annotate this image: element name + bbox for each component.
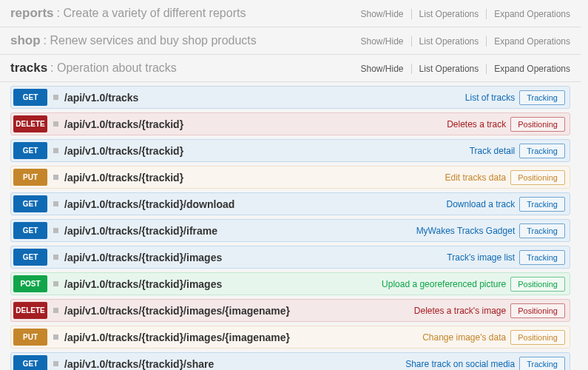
- operation-row[interactable]: GET/api/v1.0/tracks/{trackid}/iframeMyWa…: [10, 219, 570, 242]
- operation-row[interactable]: PUT/api/v1.0/tracks/{trackid}Edit tracks…: [10, 166, 570, 189]
- section-desc: : Renew services and buy shop products: [44, 34, 354, 47]
- http-method-badge: PUT: [13, 329, 47, 346]
- endpoint-path[interactable]: /api/v1.0/tracks/{trackid}/images/{image…: [64, 305, 414, 317]
- operation-summary: Upload a georeferenced picture: [382, 279, 506, 289]
- endpoint-path[interactable]: /api/v1.0/tracks/{trackid}/images/{image…: [64, 332, 422, 343]
- section-title[interactable]: shop: [10, 33, 41, 48]
- section-header-reports[interactable]: reports: Create a variety of different r…: [0, 0, 581, 27]
- lock-icon: [53, 308, 58, 313]
- lock-icon: [53, 228, 58, 233]
- operation-tag-button[interactable]: Tracking: [519, 144, 565, 158]
- list-operations-link[interactable]: List Operations: [412, 36, 487, 47]
- operation-summary: MyWakes Tracks Gadget: [416, 226, 516, 236]
- lock-icon: [53, 95, 58, 100]
- operation-summary: Edit tracks data: [445, 172, 506, 183]
- lock-icon: [53, 361, 58, 366]
- operation-tag-button[interactable]: Positioning: [510, 330, 565, 345]
- operation-tag-button[interactable]: Positioning: [510, 277, 565, 292]
- list-operations-link[interactable]: List Operations: [412, 64, 487, 74]
- operation-tag-button[interactable]: Tracking: [519, 250, 565, 265]
- operation-tag-button[interactable]: Positioning: [510, 170, 565, 185]
- operation-row[interactable]: GET/api/v1.0/tracks/{trackid}/imagesTrac…: [10, 246, 570, 269]
- endpoint-path[interactable]: /api/v1.0/tracks/{trackid}/images: [64, 278, 382, 290]
- http-method-badge: GET: [13, 222, 47, 239]
- lock-icon: [53, 201, 58, 206]
- operation-row[interactable]: DELETE/api/v1.0/tracks/{trackid}Deletes …: [10, 112, 570, 135]
- operation-summary: Deletes a track: [447, 119, 506, 130]
- http-method-badge: PUT: [13, 169, 47, 186]
- operation-summary: Share track on social media: [405, 359, 515, 369]
- lock-icon: [53, 334, 58, 340]
- endpoint-path[interactable]: /api/v1.0/tracks/{trackid}/share: [64, 358, 405, 370]
- operation-row[interactable]: GET/api/v1.0/tracksList of tracksTrackin…: [10, 86, 570, 109]
- operations-list: GET/api/v1.0/tracksList of tracksTrackin…: [0, 86, 581, 370]
- lock-icon: [53, 148, 58, 153]
- operation-summary: Track detail: [470, 146, 516, 156]
- show-hide-link[interactable]: Show/Hide: [354, 9, 412, 19]
- section-header-tracks[interactable]: tracks: Operation about tracksShow/HideL…: [0, 55, 581, 82]
- section-actions: Show/HideList OperationsExpand Operation…: [354, 36, 570, 47]
- lock-icon: [53, 255, 58, 260]
- endpoint-path[interactable]: /api/v1.0/tracks/{trackid}: [64, 172, 445, 184]
- list-operations-link[interactable]: List Operations: [412, 9, 487, 19]
- operation-row[interactable]: GET/api/v1.0/tracks/{trackid}/downloadDo…: [10, 192, 570, 215]
- http-method-badge: GET: [13, 249, 47, 266]
- operation-tag-button[interactable]: Positioning: [510, 303, 565, 318]
- operation-tag-button[interactable]: Positioning: [510, 117, 565, 132]
- operation-row[interactable]: PUT/api/v1.0/tracks/{trackid}/images/{im…: [10, 326, 570, 349]
- operation-row[interactable]: GET/api/v1.0/tracks/{trackid}/shareShare…: [10, 352, 570, 370]
- operation-summary: List of tracks: [465, 92, 515, 103]
- section-desc: : Create a variety of different reports: [57, 7, 354, 20]
- operation-tag-button[interactable]: Tracking: [519, 223, 565, 238]
- show-hide-link[interactable]: Show/Hide: [354, 36, 412, 47]
- section-actions: Show/HideList OperationsExpand Operation…: [354, 64, 570, 74]
- endpoint-path[interactable]: /api/v1.0/tracks/{trackid}/iframe: [64, 225, 416, 237]
- operation-row[interactable]: POST/api/v1.0/tracks/{trackid}/imagesUpl…: [10, 272, 570, 295]
- expand-operations-link[interactable]: Expand Operations: [487, 9, 570, 19]
- expand-operations-link[interactable]: Expand Operations: [487, 64, 570, 74]
- operation-tag-button[interactable]: Tracking: [519, 90, 565, 105]
- operation-summary: Change image's data: [422, 332, 506, 343]
- endpoint-path[interactable]: /api/v1.0/tracks/{trackid}/images: [64, 252, 447, 263]
- section-desc: : Operation about tracks: [50, 61, 353, 75]
- operation-summary: Track's image list: [447, 252, 515, 263]
- operation-summary: Deletes a track's image: [414, 306, 506, 316]
- operation-tag-button[interactable]: Tracking: [519, 357, 565, 371]
- section-title[interactable]: tracks: [10, 61, 47, 75]
- operation-row[interactable]: GET/api/v1.0/tracks/{trackid}Track detai…: [10, 139, 570, 162]
- endpoint-path[interactable]: /api/v1.0/tracks: [64, 92, 465, 104]
- lock-icon: [53, 121, 58, 127]
- section-header-shop[interactable]: shop: Renew services and buy shop produc…: [0, 27, 581, 55]
- show-hide-link[interactable]: Show/Hide: [354, 64, 412, 74]
- http-method-badge: GET: [13, 89, 47, 106]
- operation-summary: Download a track: [447, 199, 516, 209]
- section-title[interactable]: reports: [10, 6, 54, 21]
- endpoint-path[interactable]: /api/v1.0/tracks/{trackid}: [64, 118, 447, 130]
- lock-icon: [53, 175, 58, 180]
- http-method-badge: GET: [13, 355, 47, 370]
- operation-tag-button[interactable]: Tracking: [519, 197, 565, 212]
- http-method-badge: DELETE: [13, 302, 47, 319]
- endpoint-path[interactable]: /api/v1.0/tracks/{trackid}/download: [64, 198, 447, 210]
- section-actions: Show/HideList OperationsExpand Operation…: [354, 9, 570, 19]
- endpoint-path[interactable]: /api/v1.0/tracks/{trackid}: [64, 145, 470, 157]
- expand-operations-link[interactable]: Expand Operations: [487, 36, 570, 47]
- http-method-badge: DELETE: [13, 115, 47, 132]
- lock-icon: [53, 281, 58, 286]
- http-method-badge: POST: [13, 275, 47, 292]
- http-method-badge: GET: [13, 195, 47, 212]
- operation-row[interactable]: DELETE/api/v1.0/tracks/{trackid}/images/…: [10, 299, 570, 322]
- http-method-badge: GET: [13, 142, 47, 159]
